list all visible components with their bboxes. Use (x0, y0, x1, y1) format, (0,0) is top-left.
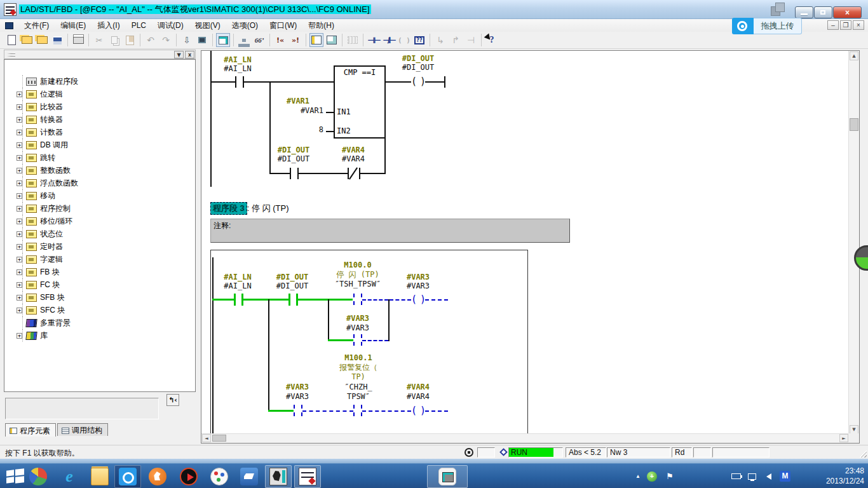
nc-contact[interactable] (348, 168, 349, 179)
minimize-button[interactable] (795, 6, 813, 18)
restore-button[interactable] (814, 6, 832, 18)
menu-insert[interactable]: 插入(I) (92, 19, 125, 32)
expand-toggle-icon[interactable] (17, 295, 22, 301)
horizontal-scroll-thumb[interactable] (212, 435, 226, 442)
cmp-box[interactable]: CMP ==I IN1 IN2 (334, 65, 386, 139)
tree-item[interactable]: 比较器 (4, 100, 195, 113)
mdi-child-icon[interactable] (5, 22, 13, 29)
tp-address[interactable]: M100.1 (333, 354, 384, 362)
panel-header[interactable]: ▼ x (4, 50, 196, 59)
scroll-up-icon[interactable]: ▲ (850, 51, 858, 60)
coil-operand[interactable]: #VAR3 (393, 282, 444, 290)
output-coil-inactive[interactable]: ( (411, 294, 417, 305)
contact-symbol[interactable]: #VAR3 (272, 383, 323, 391)
insert-empty-box-icon[interactable] (412, 33, 426, 47)
lad-editor-button[interactable] (294, 465, 321, 488)
network-title[interactable]: : 停 闪 (TP) (247, 203, 289, 213)
battery-tray[interactable] (731, 464, 741, 488)
output-coil[interactable]: ( (411, 76, 417, 87)
open-branch-icon[interactable] (433, 33, 447, 47)
output-coil-inactive[interactable]: ( (411, 405, 417, 416)
action-center-tray[interactable]: ⚑ (666, 464, 674, 488)
volume-tray[interactable] (763, 464, 771, 488)
open-online-icon[interactable] (35, 33, 49, 47)
new-file-icon[interactable] (4, 33, 18, 47)
scroll-right-icon[interactable]: ► (839, 434, 848, 442)
panel-close-icon[interactable]: x (185, 51, 194, 58)
insert-nc-contact-icon[interactable] (382, 33, 396, 47)
contact-symbol[interactable]: #AI_LN (212, 56, 263, 64)
close-button[interactable]: × (833, 6, 862, 18)
new-network-icon[interactable] (346, 33, 360, 47)
tree-item[interactable]: 位逻辑 (4, 88, 195, 100)
tp-contact-inactive[interactable] (353, 294, 355, 305)
tree-item[interactable]: 转换器 (4, 113, 195, 126)
baidu-upload-widget[interactable]: 拖拽上传 (732, 18, 802, 34)
tree-item[interactable]: 字逻辑 (4, 253, 195, 266)
contact-operand[interactable]: #AI_LN (212, 282, 263, 290)
expand-toggle-icon[interactable] (17, 269, 22, 275)
expand-toggle-icon[interactable] (17, 282, 22, 288)
tree-item[interactable]: SFC 块 (4, 304, 195, 316)
goto-next-error-icon[interactable] (288, 33, 302, 47)
contact-operand[interactable]: #VAR3 (272, 393, 323, 401)
nc-contact-symbol[interactable]: #VAR4 (328, 146, 379, 154)
tree-item[interactable]: FC 块 (4, 278, 195, 291)
expand-toggle-icon[interactable] (17, 130, 22, 135)
tree-item[interactable]: 库 (4, 329, 195, 342)
tree-item[interactable]: 整数函数 (4, 164, 195, 177)
contact-operand[interactable]: #AI_LN (212, 65, 263, 73)
open-file-icon[interactable] (20, 33, 34, 47)
no-contact[interactable] (290, 168, 291, 179)
menu-plc[interactable]: PLC (126, 20, 152, 31)
nc-contact-operand[interactable]: #VAR4 (328, 155, 379, 163)
goto-previous-error-icon[interactable] (273, 33, 287, 47)
stacked-windows-icon[interactable] (771, 1, 787, 18)
insert-coil-icon[interactable] (397, 33, 411, 47)
panel-dropdown-icon[interactable]: ▼ (174, 51, 184, 58)
tree-item[interactable]: 状态位 (4, 227, 195, 240)
save-icon[interactable] (50, 33, 64, 47)
no-contact-energized[interactable] (288, 294, 290, 306)
clock[interactable]: 23:48 2013/12/24 (826, 466, 864, 486)
simatic-manager-button[interactable] (265, 465, 292, 488)
hardware-config-button[interactable] (427, 465, 468, 488)
tree-item[interactable]: 程序控制 (4, 202, 195, 215)
paste-icon[interactable] (123, 33, 137, 47)
coil-symbol[interactable]: #VAR4 (393, 383, 444, 391)
vmware-button[interactable] (236, 465, 262, 488)
expand-toggle-icon[interactable] (17, 231, 22, 237)
tree-item[interactable]: 多重背景 (4, 316, 195, 329)
potplayer-button[interactable] (175, 465, 202, 488)
browser-app-button[interactable] (144, 465, 171, 488)
in1-operand[interactable]: #VAR1 (275, 107, 323, 115)
menu-window[interactable]: 窗口(W) (264, 19, 302, 32)
tray-expand[interactable]: ▲ (635, 464, 641, 488)
menu-options[interactable]: 选项(O) (226, 19, 264, 32)
menu-help[interactable]: 帮助(H) (302, 19, 340, 32)
resize-grip[interactable] (858, 449, 867, 458)
redo-icon[interactable] (159, 33, 173, 47)
program-structure-icon[interactable] (237, 33, 251, 47)
network-badge[interactable]: 程序段 3 (210, 202, 247, 215)
no-contact-energized[interactable] (234, 294, 236, 306)
coil-operand[interactable]: #VAR4 (393, 393, 444, 401)
mdi-minimize-button[interactable]: – (827, 20, 839, 30)
context-help-icon[interactable] (485, 33, 499, 47)
expand-toggle-icon[interactable] (17, 308, 22, 313)
tree-item[interactable]: DB 调用 (4, 139, 195, 151)
contact-operand[interactable]: #DI_OUT (267, 282, 318, 290)
branch-contact-operand[interactable]: #DI_OUT (268, 155, 319, 163)
media-app-button[interactable] (25, 465, 51, 488)
expand-toggle-icon[interactable] (17, 206, 22, 212)
vertical-scrollbar[interactable]: ▲ ▼ (848, 51, 859, 435)
expand-toggle-icon[interactable] (17, 168, 22, 173)
tab-program-elements[interactable]: 程序元素 (5, 423, 56, 437)
no-contact[interactable] (243, 76, 244, 88)
coil-symbol[interactable]: #DI_OUT (393, 55, 444, 63)
tree-item[interactable]: 移位/循环 (4, 215, 195, 227)
coil-symbol[interactable]: #VAR3 (393, 273, 444, 281)
expand-toggle-icon[interactable] (17, 333, 22, 339)
undo-icon[interactable] (144, 33, 158, 47)
input-method-tray[interactable]: M (780, 464, 790, 488)
